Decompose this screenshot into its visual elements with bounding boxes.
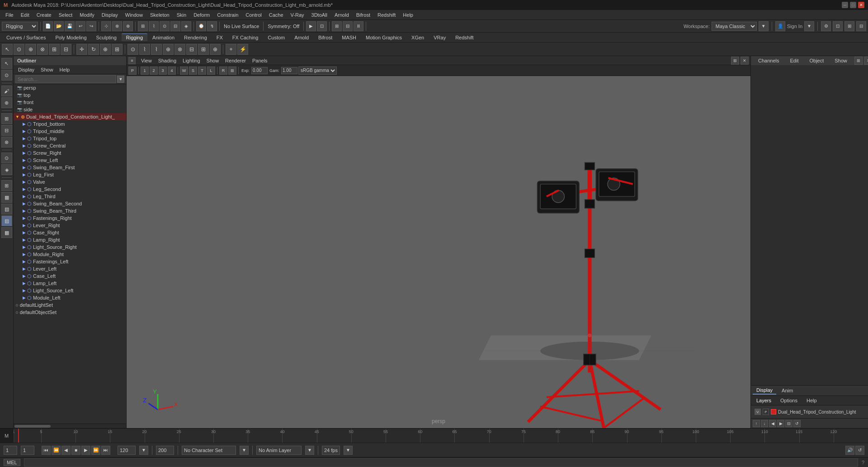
new-scene-button[interactable]: 📄: [43, 21, 53, 31]
vp-view2-button[interactable]: 2: [150, 67, 158, 75]
outliner-item-lamp-right[interactable]: ▶ ⬡ Lamp_Right: [14, 236, 126, 243]
tab-vray[interactable]: VRay: [429, 34, 450, 41]
tab-custom[interactable]: Custom: [263, 34, 289, 41]
outliner-item-case-right[interactable]: ▶ ⬡ Case_Right: [14, 229, 126, 236]
tab-curves-surfaces[interactable]: Curves / Surfaces: [2, 34, 50, 41]
menu-vray[interactable]: V-Ray: [287, 11, 308, 19]
vp-solid-button[interactable]: S: [189, 67, 197, 75]
tab-sculpting[interactable]: Sculpting: [92, 34, 121, 41]
outliner-item-screw-left[interactable]: ▶ ⬡ Screw_Left: [14, 157, 126, 164]
menu-select[interactable]: Select: [55, 11, 76, 19]
menu-display[interactable]: Display: [98, 11, 122, 19]
outliner-item-lamp-left[interactable]: ▶ ⬡ Lamp_Left: [14, 280, 126, 287]
loop-button[interactable]: ↺: [855, 446, 864, 455]
anim-layer-dropdown[interactable]: ▼: [305, 446, 314, 455]
viewport-renderer-menu[interactable]: Renderer: [222, 57, 249, 64]
step-fwd-button[interactable]: ⏩: [91, 446, 100, 455]
menu-help[interactable]: Help: [399, 11, 417, 19]
timeline-ruler[interactable]: 1510152025303540455055606570758085909510…: [14, 429, 868, 443]
lasso-tool-button[interactable]: ⊙: [14, 44, 24, 55]
quick-settings-button[interactable]: ⚙: [821, 21, 831, 31]
render-button[interactable]: ▶: [306, 21, 316, 31]
paint-mode-button[interactable]: ⊕: [123, 21, 133, 31]
paint2-tool-button[interactable]: ⊗: [37, 44, 48, 55]
timeline-playhead[interactable]: [18, 429, 19, 443]
layers-subtab[interactable]: Layers: [753, 397, 775, 404]
camera-sync2-button[interactable]: ⊟: [343, 21, 353, 31]
outliner-item-case-left[interactable]: ▶ ⬡ Case_Left: [14, 272, 126, 280]
outliner-help-menu[interactable]: Help: [57, 67, 73, 73]
outliner-item-module-left[interactable]: ▶ ⬡ Module_Left: [14, 294, 126, 301]
outliner-item-top[interactable]: 📷 top: [14, 91, 126, 99]
remove-joint-button[interactable]: ⊟: [186, 44, 197, 55]
left-layers2-button[interactable]: ▧: [1, 204, 12, 214]
camera-sync-button[interactable]: ⊞: [332, 21, 342, 31]
snap-surface-button[interactable]: ◈: [181, 21, 191, 31]
anim-tab[interactable]: Anim: [778, 387, 797, 394]
vp-render-button[interactable]: R: [219, 67, 227, 75]
outliner-show-menu[interactable]: Show: [38, 67, 56, 73]
outliner-item-lever-left[interactable]: ▶ ⬡ Lever_Left: [14, 265, 126, 272]
vp-light-button[interactable]: L: [207, 67, 215, 75]
outliner-item-side[interactable]: 📷 side: [14, 106, 126, 113]
close-button[interactable]: ✕: [858, 2, 864, 8]
left-lasso-button[interactable]: ⊙: [1, 70, 12, 81]
reroot-button[interactable]: ⊗: [175, 44, 185, 55]
outliner-item-main-group[interactable]: ▼ ⊕ Dual_Head_Tripod_Construction_Light_: [14, 113, 126, 120]
play-button[interactable]: ▶: [81, 446, 90, 455]
tab-redshift[interactable]: Redshift: [451, 34, 478, 41]
outliner-item-default-object-set[interactable]: ○ defaultObjectSet: [14, 309, 126, 316]
viewport-panel-menu-button[interactable]: ≡: [128, 57, 136, 64]
layer-move-down-button[interactable]: ↓: [761, 420, 768, 427]
mel-button[interactable]: MEL: [4, 459, 20, 466]
display-tab[interactable]: Display: [753, 386, 776, 395]
vp-view4-button[interactable]: 4: [168, 67, 176, 75]
workspace-menu-button[interactable]: ▼: [759, 21, 769, 31]
vp-color-space-dropdown[interactable]: sRGB gamma: [298, 67, 337, 75]
outliner-scrollbar[interactable]: [14, 424, 126, 428]
vp-gamma-input[interactable]: [281, 67, 297, 74]
vp-maximize-button[interactable]: ⊞: [731, 57, 739, 65]
outliner-item-swing-beam-third[interactable]: ▶ ⬡ Swing_Beam_Third: [14, 207, 126, 214]
viewport-view-menu[interactable]: View: [138, 57, 155, 64]
left-sculpt-button[interactable]: ⊕: [1, 97, 12, 108]
outliner-options-button[interactable]: ▼: [117, 76, 124, 83]
snap-curve-button[interactable]: ⌇: [149, 21, 159, 31]
ik-spline-button[interactable]: ⌇: [151, 44, 162, 55]
workspace-value-dropdown[interactable]: Maya Classic: [712, 22, 757, 31]
ipr-button[interactable]: ⊡: [317, 21, 327, 31]
range-end-arrow[interactable]: ▼: [139, 446, 148, 455]
outliner-scrollbar-thumb[interactable]: [14, 425, 51, 428]
layer-prev-button[interactable]: ◀: [769, 420, 776, 427]
pause-button[interactable]: ⏸: [354, 21, 363, 31]
tab-animation[interactable]: Animation: [148, 34, 179, 41]
left-grid-button[interactable]: ⊞: [1, 180, 12, 191]
snap-together-button[interactable]: ⚡: [237, 44, 248, 55]
outliner-item-swing-beam-first[interactable]: ▶ ⬡ Swing_Beam_First: [14, 164, 126, 171]
menu-file[interactable]: File: [2, 11, 17, 19]
ik-handle-button[interactable]: ⌇: [139, 44, 150, 55]
audio-button[interactable]: 🔊: [845, 446, 854, 455]
show-tab[interactable]: Show: [831, 57, 851, 64]
left-rig3-button[interactable]: ⊗: [1, 137, 12, 148]
right-panel-expand-button[interactable]: ⊞: [854, 57, 863, 65]
layer-playback-toggle[interactable]: P: [763, 409, 769, 415]
outliner-item-light-source-right[interactable]: ▶ ⬡ Light_Source_Right: [14, 243, 126, 251]
left-layers3-button[interactable]: ▨: [1, 215, 12, 226]
menu-window[interactable]: Window: [122, 11, 146, 19]
viewport-shading-menu[interactable]: Shading: [156, 57, 179, 64]
max-range-input[interactable]: [156, 446, 174, 455]
viewport-show-menu[interactable]: Show: [204, 57, 222, 64]
vp-persp-button[interactable]: P: [128, 67, 137, 75]
tab-mash[interactable]: MASH: [337, 34, 361, 41]
scale-tool-button[interactable]: ⊕: [100, 44, 111, 55]
menu-3dtoall[interactable]: 3DtoAll: [308, 11, 331, 19]
go-to-end-button[interactable]: ⏭: [101, 446, 110, 455]
tab-rendering[interactable]: Rendering: [179, 34, 212, 41]
vp-close-button[interactable]: ✕: [741, 57, 749, 65]
tab-fx-caching[interactable]: FX Caching: [228, 34, 263, 41]
open-scene-button[interactable]: 📂: [54, 21, 64, 31]
object-tab[interactable]: Object: [806, 57, 827, 64]
viewport-lighting-menu[interactable]: Lighting: [180, 57, 203, 64]
menu-create[interactable]: Create: [33, 11, 55, 19]
